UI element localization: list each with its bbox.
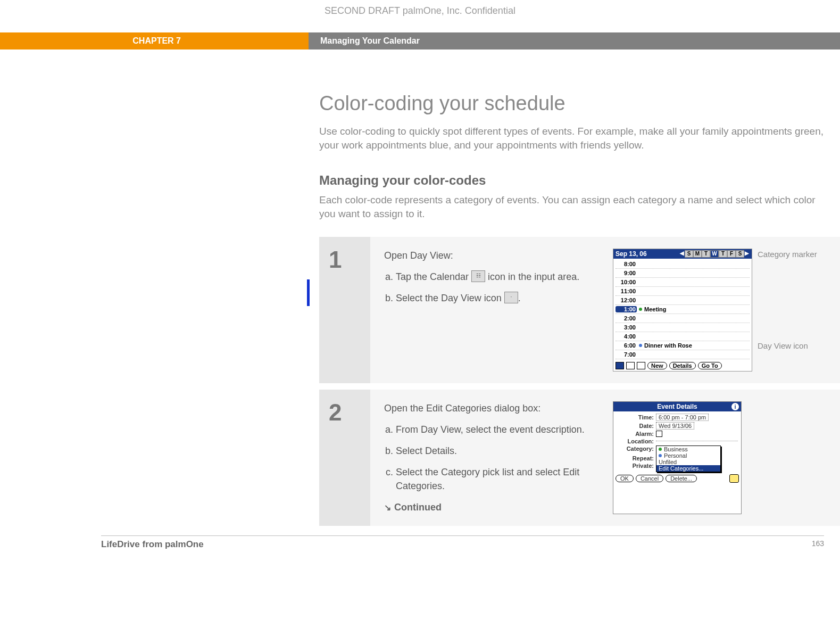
- location-input[interactable]: [656, 441, 738, 441]
- palm-day-view: Sep 13, 06 ◀ S M T W T F S ▶: [613, 249, 752, 372]
- time-row[interactable]: 3:00: [616, 323, 750, 332]
- date-value[interactable]: Wed 9/13/06: [656, 422, 694, 430]
- field-location: Location:: [617, 438, 738, 444]
- time-label: 10:00: [616, 279, 637, 285]
- alarm-checkbox[interactable]: [656, 431, 662, 437]
- category-label: Category:: [617, 446, 656, 452]
- step-item: Tap the Calendar ☷ icon in the input are…: [396, 270, 597, 284]
- step-number: 2: [319, 390, 370, 526]
- time-label: 6:00: [616, 342, 637, 349]
- palm-date: Sep 13, 06: [616, 250, 647, 258]
- goto-button[interactable]: Go To: [698, 362, 722, 369]
- category-option[interactable]: Unfiled: [656, 459, 720, 465]
- field-alarm: Alarm:: [617, 431, 738, 437]
- dialog-buttons: OK Cancel Delete...: [613, 472, 741, 485]
- category-marker-dot: [639, 308, 642, 311]
- dialog-title-text: Event Details: [657, 403, 697, 410]
- time-label: 3:00: [616, 324, 637, 331]
- day-view-screenshot: Sep 13, 06 ◀ S M T W T F S ▶: [613, 249, 817, 372]
- category-option[interactable]: Personal: [656, 452, 720, 459]
- dialog-title: Event Details i: [613, 402, 741, 411]
- step-item: Select Details.: [396, 444, 597, 458]
- dow-s[interactable]: S: [685, 250, 693, 258]
- time-label: 8:00: [616, 261, 637, 267]
- time-row[interactable]: 10:00: [616, 278, 750, 287]
- ok-button[interactable]: OK: [616, 475, 634, 482]
- continued-indicator: Continued: [384, 500, 597, 514]
- option-label: Personal: [664, 452, 687, 459]
- next-arrow-icon[interactable]: ▶: [744, 250, 750, 258]
- dow-m[interactable]: M: [693, 250, 702, 258]
- callout-day-view-icon: Day View icon: [758, 341, 817, 350]
- subheading: Managing your color-codes: [319, 173, 840, 188]
- category-option-selected[interactable]: Edit Categories...: [656, 465, 720, 472]
- page-footer: LifeDrive from palmOne 163: [101, 535, 824, 550]
- field-date: Date:Wed 9/13/06: [617, 422, 738, 430]
- step-body: Open the Edit Categories dialog box: Fro…: [370, 390, 840, 526]
- field-time: Time:6:00 pm - 7:00 pm: [617, 414, 738, 421]
- category-marker-dot: [639, 344, 642, 347]
- step-1: 1 Open Day View: Tap the Calendar ☷ icon…: [319, 237, 840, 383]
- info-icon[interactable]: i: [731, 403, 739, 410]
- time-row-selected[interactable]: 1:00Meeting: [616, 305, 750, 314]
- step-body: Open Day View: Tap the Calendar ☷ icon i…: [370, 237, 840, 383]
- cancel-button[interactable]: Cancel: [636, 475, 663, 482]
- day-view-toolbar-icon[interactable]: [616, 362, 624, 369]
- time-row[interactable]: 9:00: [616, 269, 750, 278]
- dialog-body: Time:6:00 pm - 7:00 pm Date:Wed 9/13/06 …: [613, 411, 741, 472]
- dow-s2[interactable]: S: [736, 250, 744, 258]
- event-text: Dinner with Rose: [644, 342, 692, 349]
- time-label: 7:00: [616, 351, 637, 358]
- step-item: From Day View, select the event descript…: [396, 423, 597, 436]
- time-row[interactable]: 2:00: [616, 314, 750, 323]
- time-row[interactable]: 8:00: [616, 260, 750, 269]
- delete-button[interactable]: Delete...: [666, 475, 697, 482]
- repeat-label: Repeat:: [617, 455, 656, 461]
- step-item: Select the Category pick list and select…: [396, 465, 597, 493]
- dow-t[interactable]: T: [702, 250, 710, 258]
- day-view-icon: ·: [504, 292, 518, 303]
- subheading-paragraph: Each color-code represents a category of…: [319, 193, 830, 220]
- time-label: 12:00: [616, 297, 637, 303]
- callouts: Category marker Day View icon: [758, 249, 817, 372]
- time-label: 1:00: [616, 306, 637, 312]
- draft-header: SECOND DRAFT palmOne, Inc. Confidential: [0, 0, 840, 32]
- dow-t2[interactable]: T: [719, 250, 727, 258]
- option-label: Edit Categories...: [659, 465, 703, 472]
- footer-brand: LifeDrive from palmOne: [101, 539, 204, 550]
- category-picklist[interactable]: Business Personal Unfiled Edit Categorie…: [656, 446, 721, 472]
- page-heading: Color-coding your schedule: [319, 92, 840, 115]
- category-option[interactable]: Business: [656, 446, 720, 452]
- time-value[interactable]: 6:00 pm - 7:00 pm: [656, 414, 709, 421]
- step-item: Select the Day View icon ·.: [396, 291, 597, 305]
- day-of-week-tabs[interactable]: ◀ S M T W T F S ▶: [679, 250, 750, 258]
- callout-category-marker: Category marker: [758, 250, 817, 259]
- time-label: 11:00: [616, 288, 637, 294]
- month-view-toolbar-icon[interactable]: [637, 362, 645, 369]
- time-row[interactable]: 6:00Dinner with Rose: [616, 341, 750, 350]
- details-button[interactable]: Details: [669, 362, 696, 369]
- time-row[interactable]: 12:00: [616, 296, 750, 305]
- week-view-toolbar-icon[interactable]: [626, 362, 635, 369]
- calendar-icon: ☷: [471, 270, 485, 282]
- bullet-icon: [659, 448, 662, 451]
- chapter-bar: CHAPTER 7 Managing Your Calendar: [0, 32, 840, 50]
- time-row[interactable]: 7:00: [616, 350, 750, 359]
- step-title: Open Day View:: [384, 249, 597, 262]
- private-label: Private:: [617, 463, 656, 469]
- new-button[interactable]: New: [647, 362, 667, 369]
- time-row[interactable]: 11:00: [616, 287, 750, 296]
- step-title: Open the Edit Categories dialog box:: [384, 401, 597, 415]
- time-slot-list: 8:00 9:00 10:00 11:00 12:00 1:00Meeting …: [613, 259, 752, 360]
- prev-arrow-icon[interactable]: ◀: [679, 250, 685, 258]
- time-row[interactable]: 4:00: [616, 332, 750, 341]
- note-icon[interactable]: [729, 474, 739, 483]
- dow-f[interactable]: F: [727, 250, 736, 258]
- date-label: Date:: [617, 423, 656, 429]
- event-details-screenshot: Event Details i Time:6:00 pm - 7:00 pm D…: [613, 401, 742, 515]
- time-label: Time:: [617, 414, 656, 420]
- dow-w[interactable]: W: [710, 250, 719, 258]
- step-number: 1: [319, 237, 370, 383]
- time-label: 2:00: [616, 315, 637, 321]
- alarm-label: Alarm:: [617, 431, 656, 437]
